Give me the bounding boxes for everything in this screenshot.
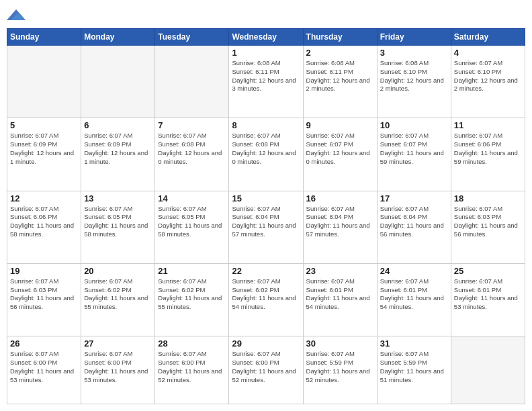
day-number: 3	[380, 48, 448, 58]
day-cell-13: 13Sunrise: 6:07 AM Sunset: 6:05 PM Dayli…	[81, 191, 155, 263]
day-number: 11	[454, 120, 522, 130]
week-row-5: 26Sunrise: 6:07 AM Sunset: 6:00 PM Dayli…	[7, 336, 525, 404]
day-info: Sunrise: 6:07 AM Sunset: 5:59 PM Dayligh…	[306, 350, 374, 384]
day-info: Sunrise: 6:07 AM Sunset: 6:01 PM Dayligh…	[380, 277, 448, 312]
day-number: 15	[232, 193, 300, 203]
day-info: Sunrise: 6:07 AM Sunset: 6:08 PM Dayligh…	[158, 132, 226, 166]
day-number: 14	[158, 193, 226, 203]
day-cell-10: 10Sunrise: 6:07 AM Sunset: 6:07 PM Dayli…	[377, 118, 451, 191]
day-info: Sunrise: 6:07 AM Sunset: 6:03 PM Dayligh…	[454, 205, 522, 239]
logo-icon	[7, 7, 26, 23]
weekday-header-friday: Friday	[377, 29, 451, 46]
day-number: 5	[10, 120, 78, 130]
day-info: Sunrise: 6:07 AM Sunset: 6:01 PM Dayligh…	[454, 277, 522, 312]
day-info: Sunrise: 6:07 AM Sunset: 6:04 PM Dayligh…	[306, 205, 374, 239]
logo	[7, 7, 28, 23]
day-number: 22	[232, 266, 300, 276]
day-info: Sunrise: 6:08 AM Sunset: 6:11 PM Dayligh…	[306, 59, 374, 93]
weekday-header-saturday: Saturday	[451, 29, 525, 46]
page: SundayMondayTuesdayWednesdayThursdayFrid…	[0, 0, 532, 411]
empty-cell	[7, 46, 81, 118]
header	[7, 7, 525, 23]
day-cell-29: 29Sunrise: 6:07 AM Sunset: 6:00 PM Dayli…	[229, 336, 303, 404]
day-number: 6	[84, 120, 152, 130]
day-info: Sunrise: 6:07 AM Sunset: 6:04 PM Dayligh…	[232, 205, 300, 239]
day-cell-3: 3Sunrise: 6:08 AM Sunset: 6:10 PM Daylig…	[377, 46, 451, 118]
weekday-header-tuesday: Tuesday	[155, 29, 229, 46]
weekday-header-wednesday: Wednesday	[229, 29, 303, 46]
day-info: Sunrise: 6:07 AM Sunset: 6:08 PM Dayligh…	[232, 132, 300, 166]
week-row-4: 19Sunrise: 6:07 AM Sunset: 6:03 PM Dayli…	[7, 263, 525, 336]
day-number: 26	[10, 338, 78, 349]
day-number: 31	[380, 338, 448, 349]
day-cell-30: 30Sunrise: 6:07 AM Sunset: 5:59 PM Dayli…	[303, 336, 377, 404]
day-info: Sunrise: 6:07 AM Sunset: 6:00 PM Dayligh…	[158, 350, 226, 384]
day-number: 12	[10, 193, 78, 203]
weekday-header-thursday: Thursday	[303, 29, 377, 46]
day-cell-31: 31Sunrise: 6:07 AM Sunset: 5:59 PM Dayli…	[377, 336, 451, 404]
day-cell-16: 16Sunrise: 6:07 AM Sunset: 6:04 PM Dayli…	[303, 191, 377, 263]
empty-cell	[451, 336, 525, 404]
day-info: Sunrise: 6:07 AM Sunset: 6:03 PM Dayligh…	[10, 277, 78, 312]
day-cell-19: 19Sunrise: 6:07 AM Sunset: 6:03 PM Dayli…	[7, 263, 81, 336]
day-cell-21: 21Sunrise: 6:07 AM Sunset: 6:02 PM Dayli…	[155, 263, 229, 336]
day-cell-17: 17Sunrise: 6:07 AM Sunset: 6:04 PM Dayli…	[377, 191, 451, 263]
day-number: 24	[380, 266, 448, 276]
day-cell-26: 26Sunrise: 6:07 AM Sunset: 6:00 PM Dayli…	[7, 336, 81, 404]
day-cell-24: 24Sunrise: 6:07 AM Sunset: 6:01 PM Dayli…	[377, 263, 451, 336]
day-number: 23	[306, 266, 374, 276]
weekday-header-sunday: Sunday	[7, 29, 81, 46]
day-cell-5: 5Sunrise: 6:07 AM Sunset: 6:09 PM Daylig…	[7, 118, 81, 191]
empty-cell	[81, 46, 155, 118]
day-cell-11: 11Sunrise: 6:07 AM Sunset: 6:06 PM Dayli…	[451, 118, 525, 191]
day-info: Sunrise: 6:08 AM Sunset: 6:11 PM Dayligh…	[232, 59, 300, 93]
day-cell-20: 20Sunrise: 6:07 AM Sunset: 6:02 PM Dayli…	[81, 263, 155, 336]
day-number: 16	[306, 193, 374, 203]
day-info: Sunrise: 6:07 AM Sunset: 6:05 PM Dayligh…	[158, 205, 226, 239]
weekday-header-monday: Monday	[81, 29, 155, 46]
day-cell-1: 1Sunrise: 6:08 AM Sunset: 6:11 PM Daylig…	[229, 46, 303, 118]
day-number: 9	[306, 120, 374, 130]
day-number: 18	[454, 193, 522, 203]
week-row-3: 12Sunrise: 6:07 AM Sunset: 6:06 PM Dayli…	[7, 191, 525, 263]
day-cell-8: 8Sunrise: 6:07 AM Sunset: 6:08 PM Daylig…	[229, 118, 303, 191]
day-number: 17	[380, 193, 448, 203]
day-cell-22: 22Sunrise: 6:07 AM Sunset: 6:02 PM Dayli…	[229, 263, 303, 336]
day-number: 10	[380, 120, 448, 130]
day-cell-2: 2Sunrise: 6:08 AM Sunset: 6:11 PM Daylig…	[303, 46, 377, 118]
day-number: 29	[232, 338, 300, 349]
weekday-header-row: SundayMondayTuesdayWednesdayThursdayFrid…	[7, 29, 525, 46]
day-cell-15: 15Sunrise: 6:07 AM Sunset: 6:04 PM Dayli…	[229, 191, 303, 263]
day-number: 20	[84, 266, 152, 276]
day-info: Sunrise: 6:07 AM Sunset: 6:06 PM Dayligh…	[10, 205, 78, 239]
day-cell-23: 23Sunrise: 6:07 AM Sunset: 6:01 PM Dayli…	[303, 263, 377, 336]
calendar-table: SundayMondayTuesdayWednesdayThursdayFrid…	[7, 28, 525, 404]
day-info: Sunrise: 6:07 AM Sunset: 6:00 PM Dayligh…	[84, 350, 152, 384]
empty-cell	[155, 46, 229, 118]
day-cell-18: 18Sunrise: 6:07 AM Sunset: 6:03 PM Dayli…	[451, 191, 525, 263]
day-cell-7: 7Sunrise: 6:07 AM Sunset: 6:08 PM Daylig…	[155, 118, 229, 191]
day-info: Sunrise: 6:07 AM Sunset: 6:04 PM Dayligh…	[380, 205, 448, 239]
day-info: Sunrise: 6:07 AM Sunset: 6:00 PM Dayligh…	[10, 350, 78, 384]
week-row-2: 5Sunrise: 6:07 AM Sunset: 6:09 PM Daylig…	[7, 118, 525, 191]
day-info: Sunrise: 6:07 AM Sunset: 6:01 PM Dayligh…	[306, 277, 374, 312]
day-number: 25	[454, 266, 522, 276]
day-number: 2	[306, 48, 374, 58]
day-cell-27: 27Sunrise: 6:07 AM Sunset: 6:00 PM Dayli…	[81, 336, 155, 404]
day-number: 19	[10, 266, 78, 276]
day-info: Sunrise: 6:07 AM Sunset: 6:00 PM Dayligh…	[232, 350, 300, 384]
day-number: 21	[158, 266, 226, 276]
day-info: Sunrise: 6:08 AM Sunset: 6:10 PM Dayligh…	[380, 59, 448, 93]
day-info: Sunrise: 6:07 AM Sunset: 5:59 PM Dayligh…	[380, 350, 448, 384]
day-info: Sunrise: 6:07 AM Sunset: 6:09 PM Dayligh…	[84, 132, 152, 166]
day-cell-9: 9Sunrise: 6:07 AM Sunset: 6:07 PM Daylig…	[303, 118, 377, 191]
day-number: 30	[306, 338, 374, 349]
day-info: Sunrise: 6:07 AM Sunset: 6:10 PM Dayligh…	[454, 59, 522, 93]
day-info: Sunrise: 6:07 AM Sunset: 6:02 PM Dayligh…	[84, 277, 152, 312]
day-info: Sunrise: 6:07 AM Sunset: 6:05 PM Dayligh…	[84, 205, 152, 239]
day-number: 4	[454, 48, 522, 58]
day-number: 7	[158, 120, 226, 130]
day-cell-4: 4Sunrise: 6:07 AM Sunset: 6:10 PM Daylig…	[451, 46, 525, 118]
day-cell-25: 25Sunrise: 6:07 AM Sunset: 6:01 PM Dayli…	[451, 263, 525, 336]
day-number: 28	[158, 338, 226, 349]
